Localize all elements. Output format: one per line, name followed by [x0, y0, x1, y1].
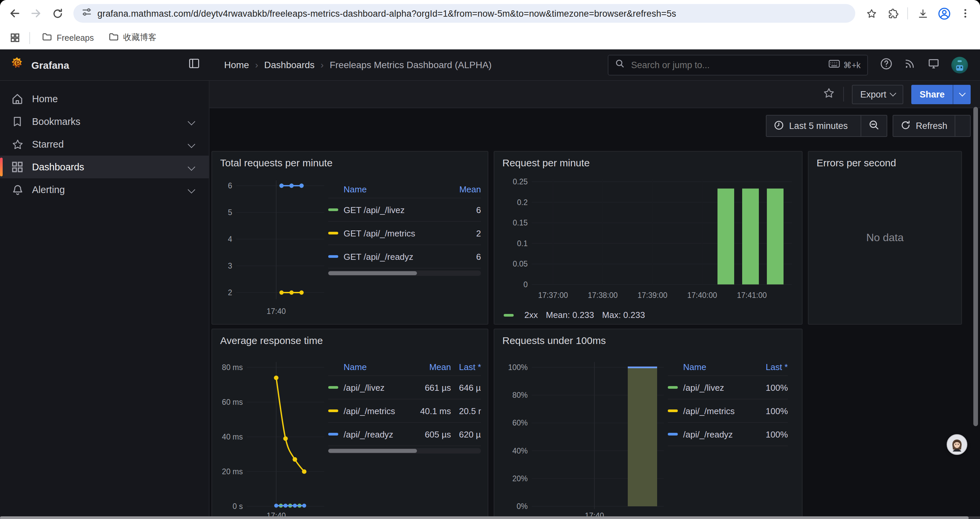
panel-request-per-minute[interactable]: Request per minute 0.250.20.150.10.05017…: [494, 151, 803, 325]
sidebar-item[interactable]: Home: [0, 88, 209, 110]
panel-title[interactable]: Request per minute: [502, 157, 795, 168]
legend-col-name[interactable]: Name: [683, 362, 751, 372]
time-range-picker[interactable]: Last 5 minutes: [767, 115, 861, 136]
vertical-scrollbar[interactable]: [973, 107, 978, 426]
profile-button[interactable]: [935, 4, 953, 23]
grafana-title: Grafana: [31, 59, 69, 70]
svg-text:5: 5: [228, 208, 232, 217]
legend-col-mean[interactable]: Mean: [438, 184, 481, 194]
legend-scrollbar[interactable]: [328, 270, 481, 276]
legend-row[interactable]: /api/_/livez 661 µs 646 µs: [328, 375, 481, 399]
panel-title[interactable]: Total requests per minute: [220, 157, 481, 168]
chevron-down-icon[interactable]: [188, 141, 196, 148]
floating-assistant-avatar[interactable]: [947, 434, 967, 455]
request-per-minute-chart[interactable]: 0.250.20.150.10.05017:37:0017:38:0017:39…: [501, 171, 797, 305]
star-dashboard-icon[interactable]: [823, 86, 835, 102]
legend-col-name[interactable]: Name: [344, 362, 408, 372]
breadcrumb-dashboards[interactable]: Dashboards: [264, 59, 315, 70]
svg-text:3: 3: [228, 262, 232, 270]
series-color-pill: [504, 314, 514, 316]
legend-col-mean[interactable]: Mean: [408, 362, 451, 372]
chevron-down-icon[interactable]: [188, 186, 196, 194]
legend-row[interactable]: GET /api/_/metrics 2: [328, 221, 481, 244]
average-response-time-chart[interactable]: 80 ms60 ms40 ms20 ms0 s17:40: [219, 349, 328, 519]
svg-text:40 ms: 40 ms: [222, 433, 243, 441]
breadcrumb-separator: ›: [321, 59, 323, 70]
panel-average-response-time[interactable]: Average response time 80 ms60 ms40 ms20 …: [212, 329, 488, 519]
svg-text:17:41:00: 17:41:00: [737, 291, 767, 300]
forward-button[interactable]: [27, 4, 45, 23]
chevron-down-icon[interactable]: [188, 163, 196, 171]
shortcut-label: ⌘+k: [843, 60, 861, 70]
total-requests-chart[interactable]: 6543217:40: [219, 171, 328, 322]
legend-row[interactable]: /api/_/metrics 40.1 ms 20.5 ms: [328, 399, 481, 422]
site-settings-icon[interactable]: [81, 7, 92, 20]
reload-button[interactable]: [48, 4, 67, 23]
controls-divider: [843, 87, 844, 102]
legend-col-name[interactable]: Name: [344, 184, 438, 194]
dock-sidebar-icon[interactable]: [188, 57, 200, 72]
help-icon[interactable]: [880, 57, 892, 72]
chevron-down-icon[interactable]: [188, 118, 196, 126]
sidebar-item[interactable]: Bookmarks: [0, 110, 209, 133]
zoom-out-button[interactable]: [860, 115, 886, 136]
breadcrumb-home[interactable]: Home: [224, 59, 249, 70]
series-color-pill: [328, 208, 338, 211]
share-button-group: Share: [912, 85, 970, 104]
url-bar[interactable]: grafana.mathmast.com/d/deytv4rwavabkb/fr…: [73, 4, 855, 23]
svg-text:80 ms: 80 ms: [222, 363, 243, 372]
legend-row[interactable]: GET /api/_/livez 6: [328, 198, 481, 221]
legend-row[interactable]: GET /api/_/readyz 6: [328, 244, 481, 268]
legend-col-last[interactable]: Last *: [451, 362, 481, 372]
kiosk-monitor-icon[interactable]: [927, 57, 940, 72]
share-button[interactable]: Share: [912, 85, 953, 104]
share-dropdown-button[interactable]: [953, 85, 970, 104]
export-label: Export: [860, 89, 886, 99]
refresh-interval-dropdown[interactable]: [955, 115, 970, 136]
grafana-logo[interactable]: [10, 56, 25, 74]
legend-row[interactable]: /api/_/metrics 100%: [668, 399, 788, 422]
extensions-button[interactable]: [883, 4, 902, 23]
search-input[interactable]: ⌘+k: [608, 54, 868, 75]
series-color-pill: [328, 232, 338, 235]
scrollbar-thumb[interactable]: [328, 449, 417, 453]
bookmark-page-button[interactable]: [862, 4, 881, 23]
panel-requests-under-100ms[interactable]: Requests under 100ms 100%80%60%40%20%0%1…: [494, 329, 803, 519]
legend-row[interactable]: 2xx Mean: 0.233 Max: 0.233: [504, 310, 795, 320]
refresh-button[interactable]: Refresh: [893, 115, 955, 136]
scrollbar-thumb[interactable]: [0, 516, 969, 519]
series-color-pill: [668, 386, 678, 389]
panel-title[interactable]: Errors per second: [816, 157, 955, 168]
legend-row[interactable]: /api/_/readyz 605 µs 620 µs: [328, 422, 481, 446]
user-avatar[interactable]: [951, 56, 968, 73]
svg-text:0.2: 0.2: [517, 198, 528, 207]
search-field[interactable]: [630, 59, 823, 70]
horizontal-scrollbar[interactable]: [0, 516, 980, 519]
back-button[interactable]: [5, 4, 24, 23]
legend-row[interactable]: /api/_/livez 100%: [668, 375, 788, 399]
sidebar-item[interactable]: Starred: [0, 133, 209, 156]
downloads-button[interactable]: [913, 4, 932, 23]
toolbar-divider: [907, 7, 908, 19]
scrollbar-thumb[interactable]: [328, 271, 417, 275]
legend-col-last[interactable]: Last *: [751, 362, 788, 372]
series-color-pill: [328, 433, 338, 436]
browser-menu-button[interactable]: [956, 4, 975, 23]
panel-errors-per-second[interactable]: Errors per second No data: [808, 151, 962, 325]
time-controls: Last 5 minutes Refresh: [766, 115, 970, 137]
requests-under-100ms-chart[interactable]: 100%80%60%40%20%0%17:40: [501, 349, 668, 519]
panel-title[interactable]: Requests under 100ms: [502, 335, 795, 346]
legend-scrollbar[interactable]: [328, 448, 481, 454]
svg-text:0: 0: [523, 280, 528, 289]
export-button[interactable]: Export: [852, 85, 904, 104]
legend-row[interactable]: /api/_/readyz 100%: [668, 422, 788, 446]
news-rss-icon[interactable]: [904, 57, 916, 72]
apps-shortcut-button[interactable]: [7, 30, 23, 46]
sidebar-item[interactable]: Dashboards: [0, 156, 209, 178]
sidebar-item[interactable]: Alerting: [0, 178, 209, 201]
bookmark-folder[interactable]: Freeleaps: [37, 30, 99, 45]
svg-text:4: 4: [228, 235, 232, 243]
panel-title[interactable]: Average response time: [220, 335, 481, 346]
bookmark-folder[interactable]: 收藏博客: [103, 30, 162, 45]
panel-total-requests[interactable]: Total requests per minute 6543217:40 Nam…: [212, 151, 488, 325]
